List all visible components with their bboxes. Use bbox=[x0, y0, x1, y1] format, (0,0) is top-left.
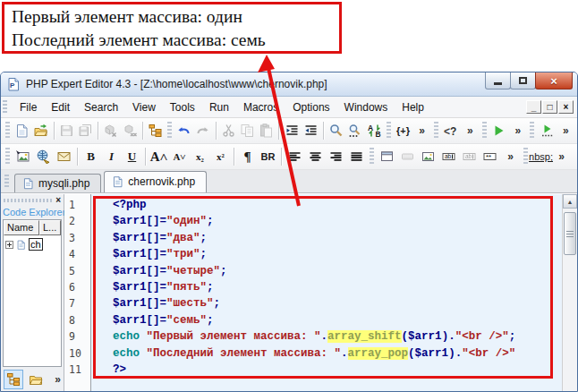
menu-item-view[interactable]: View bbox=[125, 98, 163, 117]
menu-grip[interactable] bbox=[3, 100, 7, 115]
code-structure-button[interactable] bbox=[146, 120, 165, 141]
line-number-gutter: 1234567891011 bbox=[64, 194, 91, 391]
run-browser-more-button[interactable]: » bbox=[557, 120, 575, 141]
code-explorer-panel: × Code Explorer Name L... bbox=[1, 194, 64, 391]
line-break-button[interactable]: BR bbox=[258, 146, 278, 167]
indent-button[interactable] bbox=[282, 120, 301, 141]
insert-image-button[interactable] bbox=[13, 146, 33, 167]
column-line[interactable]: L... bbox=[39, 220, 61, 235]
entities-more-button[interactable]: » bbox=[551, 146, 572, 167]
line-number: 2 bbox=[69, 213, 90, 229]
menu-item-macros[interactable]: Macros bbox=[236, 98, 285, 117]
menu-item-tools[interactable]: Tools bbox=[163, 98, 202, 117]
align-justify-button[interactable] bbox=[346, 146, 367, 167]
code-line: ?> bbox=[113, 362, 562, 378]
nbsp-button[interactable]: nbsp; bbox=[531, 146, 551, 167]
maximize-button[interactable] bbox=[510, 72, 536, 89]
new-file-button[interactable] bbox=[13, 120, 31, 141]
mdi-buttons: _ □ × bbox=[525, 100, 574, 114]
code-explorer-tab-button[interactable] bbox=[4, 370, 23, 389]
replace-button[interactable]: AB bbox=[365, 120, 384, 141]
paste-button[interactable] bbox=[257, 120, 276, 141]
tree-icon bbox=[6, 372, 21, 387]
insert-link-button[interactable] bbox=[33, 146, 54, 167]
token: "Последний элемент массива: " bbox=[147, 347, 342, 360]
form-password-button[interactable]: ** bbox=[480, 146, 500, 167]
align-justify-icon bbox=[349, 149, 364, 164]
find-next-button[interactable] bbox=[345, 120, 364, 141]
redo-button[interactable] bbox=[193, 120, 212, 141]
templates-more-button[interactable]: » bbox=[412, 120, 431, 141]
menu-item-search[interactable]: Search bbox=[77, 98, 125, 117]
form-textbox-button[interactable]: ab bbox=[438, 146, 459, 167]
copy-button[interactable] bbox=[238, 120, 257, 141]
vertical-scrollbar[interactable]: ▲ bbox=[562, 194, 577, 391]
run-more-button[interactable]: » bbox=[508, 120, 527, 141]
find-next-icon bbox=[347, 124, 362, 138]
code-templates-button[interactable]: {+} bbox=[394, 120, 412, 141]
menu-item-edit[interactable]: Edit bbox=[44, 98, 77, 117]
font-smaller-button[interactable]: A˅ bbox=[169, 146, 190, 167]
form-image-button[interactable] bbox=[418, 146, 438, 167]
paragraph-button[interactable]: ¶ bbox=[237, 146, 258, 167]
paste-icon bbox=[259, 124, 274, 138]
subscript-button[interactable]: x₂ bbox=[190, 146, 210, 167]
column-name[interactable]: Name bbox=[4, 220, 39, 235]
expand-icon[interactable] bbox=[5, 241, 13, 249]
tab-mysqli.php[interactable]: mysqli.php bbox=[14, 174, 101, 192]
italic-button[interactable]: I bbox=[101, 146, 122, 167]
tab-label: mysqli.php bbox=[38, 177, 89, 190]
run-button[interactable] bbox=[489, 120, 508, 141]
form-window-button[interactable] bbox=[377, 146, 397, 167]
file-browser-tab-button[interactable] bbox=[26, 370, 46, 389]
find-button[interactable] bbox=[327, 120, 345, 141]
code-editor[interactable]: <?php$arr1[]="один";$arr1[]="два";$arr1[… bbox=[91, 194, 562, 391]
panel-close-icon[interactable]: × bbox=[55, 196, 61, 205]
cut-button[interactable] bbox=[219, 120, 238, 141]
form-button-icon bbox=[400, 149, 415, 164]
form-button-button[interactable] bbox=[397, 146, 418, 167]
forms-more-button[interactable]: » bbox=[500, 146, 521, 167]
minimize-button[interactable] bbox=[485, 72, 511, 89]
bold-button[interactable]: B bbox=[81, 146, 101, 167]
php-more-button[interactable]: » bbox=[461, 120, 480, 141]
token: ( bbox=[408, 347, 415, 360]
run-browser-button[interactable] bbox=[537, 120, 556, 141]
outdent-button[interactable] bbox=[302, 120, 320, 141]
mdi-close-button[interactable]: × bbox=[558, 100, 574, 114]
align-left-button[interactable] bbox=[285, 146, 305, 167]
tree-item-file[interactable]: ch bbox=[4, 235, 61, 253]
tab-grip[interactable] bbox=[4, 175, 9, 189]
superscript-button[interactable]: x² bbox=[210, 146, 231, 167]
save-all-button[interactable] bbox=[76, 120, 95, 141]
menu-item-windows[interactable]: Windows bbox=[337, 98, 395, 117]
menu-item-run[interactable]: Run bbox=[202, 98, 236, 117]
close-file-button[interactable] bbox=[101, 120, 120, 141]
dock-more-icon[interactable]: » bbox=[55, 373, 61, 386]
menu-item-options[interactable]: Options bbox=[285, 98, 336, 117]
close-all-button[interactable] bbox=[120, 120, 139, 141]
save-button[interactable] bbox=[57, 120, 76, 141]
code-line: $arr1[]="шесть"; bbox=[113, 295, 562, 311]
title-bar[interactable]: P PHP Expert Editor 4.3 - [Z:\home\local… bbox=[1, 72, 577, 97]
scrollbar-grip-icon bbox=[566, 231, 574, 237]
insert-mailto-button[interactable] bbox=[54, 146, 74, 167]
align-center-button[interactable] bbox=[305, 146, 326, 167]
php-tags-button[interactable]: <? bbox=[441, 120, 460, 141]
font-bigger-button[interactable]: A˄ bbox=[149, 146, 169, 167]
panel-drag-handle[interactable] bbox=[4, 199, 52, 202]
undo-button[interactable] bbox=[174, 120, 193, 141]
underline-button[interactable]: U bbox=[122, 146, 142, 167]
align-right-button[interactable] bbox=[326, 146, 346, 167]
open-file-button[interactable] bbox=[31, 120, 50, 141]
close-button[interactable]: × bbox=[535, 72, 573, 89]
mdi-minimize-button[interactable]: _ bbox=[526, 100, 541, 114]
menu-item-file[interactable]: File bbox=[13, 98, 44, 117]
code-line: <?php bbox=[113, 197, 562, 213]
scrollbar-thumb[interactable] bbox=[564, 212, 576, 255]
tab-chernovik.php[interactable]: chernovik.php bbox=[104, 171, 207, 192]
menu-item-help[interactable]: Help bbox=[395, 98, 431, 117]
scroll-up-button[interactable]: ▲ bbox=[563, 194, 577, 209]
mdi-restore-button[interactable]: □ bbox=[542, 100, 557, 114]
form-textarea-button[interactable]: ab bbox=[459, 146, 480, 167]
